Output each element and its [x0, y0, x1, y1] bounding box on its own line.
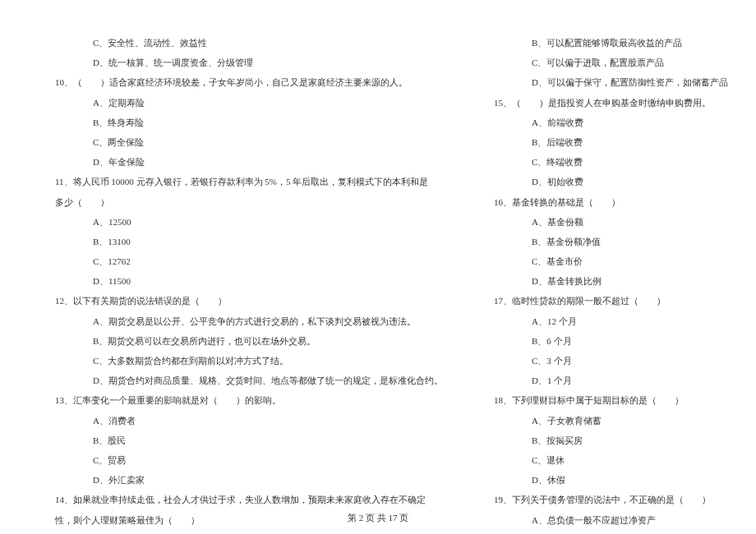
- right-line: C、基金市价: [484, 251, 728, 271]
- left-line: C、贸易: [45, 450, 443, 470]
- left-line: D、外汇卖家: [45, 470, 443, 490]
- right-line: B、可以配置能够博取最高收益的产品: [484, 33, 728, 53]
- right-line: A、子女教育储蓄: [484, 411, 728, 430]
- right-line: 18、下列理财目标中属于短期目标的是（ ）: [484, 390, 728, 410]
- right-line: D、1 个月: [484, 371, 728, 390]
- left-line: A、定期寿险: [45, 93, 443, 113]
- left-line: B、13100: [45, 232, 443, 251]
- left-line: 11、将人民币 10000 元存入银行，若银行存款利率为 5%，5 年后取出，复…: [45, 172, 443, 191]
- left-line: D、11500: [45, 271, 443, 291]
- right-line: 16、基金转换的基础是（ ）: [484, 192, 728, 212]
- left-line: B、期货交易可以在交易所内进行，也可以在场外交易。: [45, 331, 443, 351]
- left-line: 12、以下有关期货的说法错误的是（ ）: [45, 291, 443, 311]
- right-line: D、初始收费: [484, 172, 728, 191]
- right-line: 17、临时性贷款的期限一般不超过（ ）: [484, 291, 728, 311]
- left-line: A、消费者: [45, 411, 443, 430]
- right-line: B、基金份额净值: [484, 232, 728, 251]
- right-line: D、可以偏于保守，配置防御性资产，如储蓄产品: [484, 72, 728, 92]
- right-line: C、终端收费: [484, 152, 728, 172]
- page-columns: C、安全性、流动性、效益性D、统一核算、统一调度资金、分级管理10、（ ）适合家…: [45, 33, 711, 534]
- right-line: D、基金转换比例: [484, 271, 728, 291]
- right-line: A、基金份额: [484, 212, 728, 232]
- right-line: C、3 个月: [484, 351, 728, 371]
- right-line: B、后端收费: [484, 132, 728, 152]
- right-line: 19、下列关于债务管理的说法中，不正确的是（ ）: [484, 490, 728, 509]
- right-line: A、12 个月: [484, 311, 728, 331]
- right-line: C、退休: [484, 450, 728, 470]
- left-line: A、12500: [45, 212, 443, 232]
- right-line: B、6 个月: [484, 331, 728, 351]
- right-line: 15、（ ）是指投资人在申购基金时缴纳申购费用。: [484, 93, 728, 113]
- left-line: A、可以偏于平衡，配置中度风险产品: [45, 530, 443, 534]
- left-line: 13、汇率变化一个最重要的影响就是对（ ）的影响。: [45, 390, 443, 410]
- left-line: C、12762: [45, 251, 443, 271]
- left-line: C、两全保险: [45, 132, 443, 152]
- left-line: 14、如果就业率持续走低，社会人才供过于求，失业人数增加，预期未来家庭收入存在不…: [45, 490, 443, 509]
- right-line: C、可以偏于进取，配置股票产品: [484, 53, 728, 72]
- right-line: B、按揭买房: [484, 430, 728, 450]
- left-column: C、安全性、流动性、效益性D、统一核算、统一调度资金、分级管理10、（ ）适合家…: [45, 33, 443, 534]
- right-line: A、前端收费: [484, 113, 728, 132]
- page-footer: 第 2 页 共 17 页: [0, 512, 756, 524]
- left-line: 多少（ ）: [45, 192, 443, 212]
- right-line: D、休假: [484, 470, 728, 490]
- right-line: B、短期债务和长期债务的比例应为 0.4: [484, 530, 728, 534]
- left-line: C、安全性、流动性、效益性: [45, 33, 443, 53]
- left-line: A、期货交易是以公开、公平竞争的方式进行交易的，私下谈判交易被视为违法。: [45, 311, 443, 331]
- left-line: D、统一核算、统一调度资金、分级管理: [45, 53, 443, 72]
- right-column: B、可以配置能够博取最高收益的产品C、可以偏于进取，配置股票产品D、可以偏于保守…: [484, 33, 728, 534]
- left-line: 10、（ ）适合家庭经济环境较差，子女年岁尚小，自己又是家庭经济主要来源的人。: [45, 72, 443, 92]
- left-line: C、大多数期货合约都在到期前以对冲方式了结。: [45, 351, 443, 371]
- left-line: B、股民: [45, 430, 443, 450]
- left-line: D、年金保险: [45, 152, 443, 172]
- left-line: D、期货合约对商品质量、规格、交货时间、地点等都做了统一的规定，是标准化合约。: [45, 371, 443, 390]
- left-line: B、终身寿险: [45, 113, 443, 132]
